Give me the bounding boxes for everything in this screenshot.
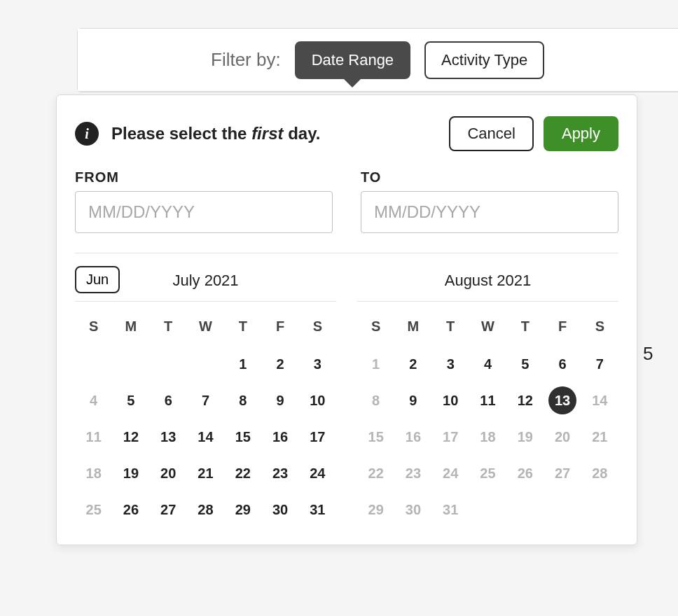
calendar-month: JunJuly 2021SMTWTFS123456789101112131415…: [75, 266, 336, 528]
to-label: TO: [361, 169, 618, 186]
calendar-day[interactable]: 23: [261, 455, 298, 491]
info-text-suffix: day.: [283, 124, 320, 143]
calendar-day[interactable]: 21: [187, 455, 224, 491]
calendar-day[interactable]: 22: [357, 455, 394, 491]
calendar-day[interactable]: 15: [357, 419, 394, 455]
from-date-input[interactable]: [75, 191, 333, 233]
apply-button[interactable]: Apply: [544, 116, 618, 151]
weekday-header: S: [581, 312, 618, 346]
popover-header: i Please select the first day. Cancel Ap…: [75, 116, 618, 151]
calendar-day[interactable]: 19: [506, 419, 544, 455]
calendar-day[interactable]: 16: [394, 419, 431, 455]
calendar-day[interactable]: 11: [75, 419, 112, 455]
from-label: FROM: [75, 169, 333, 186]
calendar-day[interactable]: 28: [581, 455, 618, 491]
calendar-day[interactable]: 6: [544, 346, 581, 382]
calendar-day[interactable]: 9: [261, 382, 298, 419]
empty-day: [506, 491, 544, 528]
calendar-day[interactable]: 6: [150, 382, 187, 419]
date-range-popover: i Please select the first day. Cancel Ap…: [56, 94, 637, 545]
calendar-day[interactable]: 4: [75, 382, 112, 419]
calendar-day[interactable]: 22: [224, 455, 261, 491]
calendar-day[interactable]: 19: [112, 455, 149, 491]
calendar-day[interactable]: 20: [544, 419, 581, 455]
info-message: i Please select the first day.: [75, 122, 320, 146]
cancel-button[interactable]: Cancel: [449, 116, 533, 151]
calendar-day[interactable]: 31: [432, 491, 469, 528]
calendar-day[interactable]: 5: [112, 382, 149, 419]
calendar-day[interactable]: 24: [432, 455, 469, 491]
calendar-day[interactable]: 27: [544, 455, 581, 491]
calendar-day[interactable]: 28: [187, 491, 224, 528]
info-text-emph: first: [251, 124, 283, 143]
calendar-day[interactable]: 29: [357, 491, 394, 528]
filter-bar: Filter by: Date Range Activity Type: [78, 29, 678, 92]
calendar-day[interactable]: 14: [187, 419, 224, 455]
calendar-day[interactable]: 3: [299, 346, 336, 382]
calendar-day[interactable]: 5: [506, 346, 544, 382]
weekday-header: S: [357, 312, 394, 346]
calendar-day[interactable]: 2: [261, 346, 298, 382]
to-date-input[interactable]: [361, 191, 618, 233]
calendar-day[interactable]: 23: [394, 455, 431, 491]
calendar-day[interactable]: 21: [581, 419, 618, 455]
calendar-day[interactable]: 18: [469, 419, 506, 455]
date-fields: FROM TO: [75, 169, 618, 233]
calendar-day[interactable]: 18: [75, 455, 112, 491]
calendar-day[interactable]: 12: [112, 419, 149, 455]
calendar-day[interactable]: 16: [261, 419, 298, 455]
calendar-day[interactable]: 9: [394, 382, 431, 419]
calendar-day[interactable]: 10: [432, 382, 469, 419]
calendar-day[interactable]: 17: [432, 419, 469, 455]
calendar-day[interactable]: 8: [224, 382, 261, 419]
weekday-header: T: [506, 312, 544, 346]
calendar-day[interactable]: 13: [150, 419, 187, 455]
calendar-day[interactable]: 20: [150, 455, 187, 491]
calendar-day[interactable]: 2: [394, 346, 431, 382]
day-grid: SMTWTFS123456789101112131415161718192021…: [357, 312, 618, 528]
calendar-day[interactable]: 26: [112, 491, 149, 528]
calendar-day[interactable]: 1: [357, 346, 394, 382]
calendar-day[interactable]: 29: [224, 491, 261, 528]
calendar-month: August 2021SMTWTFS1234567891011121314151…: [357, 266, 618, 528]
calendar-day[interactable]: 12: [506, 382, 544, 419]
empty-day: [150, 346, 187, 382]
weekday-header: M: [394, 312, 431, 346]
month-title: August 2021: [445, 272, 532, 290]
prev-month-button[interactable]: Jun: [75, 266, 120, 293]
tab-activity-type[interactable]: Activity Type: [424, 41, 544, 79]
empty-day: [75, 346, 112, 382]
info-text-prefix: Please select the: [111, 124, 251, 143]
weekday-header: W: [469, 312, 506, 346]
calendar-day[interactable]: 1: [224, 346, 261, 382]
tab-date-range[interactable]: Date Range: [295, 41, 410, 79]
calendar-day[interactable]: 25: [75, 491, 112, 528]
calendar-day[interactable]: 14: [581, 382, 618, 419]
calendar-day[interactable]: 4: [469, 346, 506, 382]
weekday-header: F: [544, 312, 581, 346]
calendar-day[interactable]: 7: [581, 346, 618, 382]
calendar-day[interactable]: 8: [357, 382, 394, 419]
calendar-day[interactable]: 25: [469, 455, 506, 491]
divider: [75, 253, 618, 253]
calendar-day[interactable]: 27: [150, 491, 187, 528]
calendar-day[interactable]: 24: [299, 455, 336, 491]
calendar-day[interactable]: 15: [224, 419, 261, 455]
calendar-day[interactable]: 31: [299, 491, 336, 528]
weekday-header: T: [224, 312, 261, 346]
background-text-fragment: 5: [643, 343, 678, 365]
calendar-day[interactable]: 17: [299, 419, 336, 455]
calendar-day[interactable]: 30: [261, 491, 298, 528]
calendar-day[interactable]: 3: [432, 346, 469, 382]
calendar-day[interactable]: 11: [469, 382, 506, 419]
calendar-day[interactable]: 26: [506, 455, 544, 491]
weekday-header: S: [299, 312, 336, 346]
empty-day: [187, 346, 224, 382]
calendar-day[interactable]: 10: [299, 382, 336, 419]
empty-day: [469, 491, 506, 528]
calendar-day[interactable]: 7: [187, 382, 224, 419]
popover-actions: Cancel Apply: [449, 116, 618, 151]
calendar-day[interactable]: 13: [544, 382, 581, 419]
calendar-day[interactable]: 30: [394, 491, 431, 528]
weekday-header: M: [112, 312, 149, 346]
